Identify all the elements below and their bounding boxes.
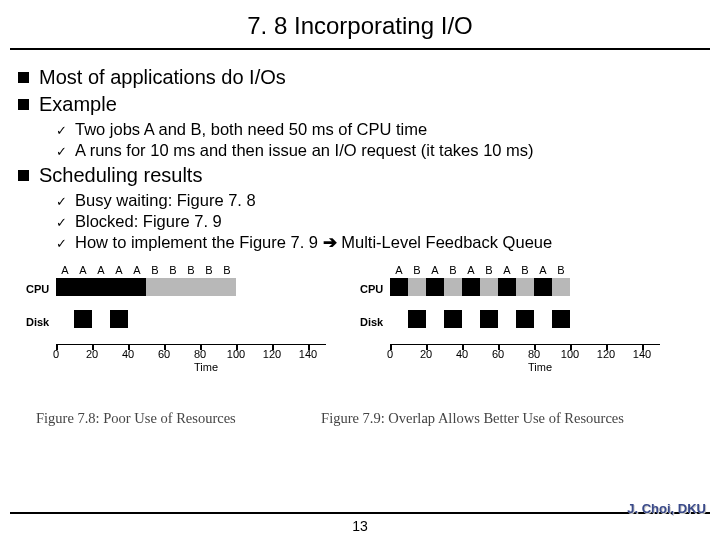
chart-7-9: A B A B A B A B A B CPU Disk <box>360 262 694 382</box>
xtick: 40 <box>456 348 468 360</box>
job-label: B <box>164 264 182 276</box>
xtick: 120 <box>597 348 615 360</box>
disk-row <box>56 310 236 328</box>
square-bullet-icon <box>18 170 29 181</box>
job-label: A <box>110 264 128 276</box>
xtick: 60 <box>492 348 504 360</box>
seg-empty <box>534 310 552 328</box>
seg-empty <box>92 310 110 328</box>
seg-a <box>110 310 128 328</box>
job-label: B <box>408 264 426 276</box>
xtick: 100 <box>561 348 579 360</box>
footer-divider <box>10 512 710 514</box>
seg-a <box>444 310 462 328</box>
bullet-3c: ✓ How to implement the Figure 7. 9 ➔ Mul… <box>56 233 702 252</box>
check-icon: ✓ <box>56 194 67 209</box>
seg-a <box>480 310 498 328</box>
seg-a <box>408 310 426 328</box>
disk-row <box>390 310 570 328</box>
bullet-3a-text: Busy waiting: Figure 7. 8 <box>75 191 256 210</box>
xtick: 140 <box>633 348 651 360</box>
seg-a <box>390 278 408 296</box>
row-labels-79: CPU Disk <box>360 284 383 350</box>
check-icon: ✓ <box>56 236 67 251</box>
xaxis-79: 0 20 40 60 80 100 120 140 Time <box>375 344 675 373</box>
xtick: 80 <box>194 348 206 360</box>
row-labels-78: CPU Disk <box>26 284 49 350</box>
xaxis-78: 0 20 40 60 80 100 120 140 Time <box>41 344 341 373</box>
job-label: B <box>146 264 164 276</box>
bullet-2b: ✓ A runs for 10 ms and then issue an I/O… <box>56 141 702 160</box>
xtick: 60 <box>158 348 170 360</box>
job-label: A <box>462 264 480 276</box>
caption-7-9: Figure 7.9: Overlap Allows Better Use of… <box>321 410 684 427</box>
job-label: B <box>200 264 218 276</box>
seg-empty <box>498 310 516 328</box>
job-label: B <box>552 264 570 276</box>
seg-a <box>534 278 552 296</box>
right-arrow-icon: ➔ <box>323 233 337 251</box>
xtick: 40 <box>122 348 134 360</box>
xtick: 140 <box>299 348 317 360</box>
xtick: 120 <box>263 348 281 360</box>
seg-a <box>552 310 570 328</box>
check-icon: ✓ <box>56 123 67 138</box>
job-label: A <box>56 264 74 276</box>
bullet-3: Scheduling results <box>18 164 702 187</box>
seg-b <box>146 278 236 296</box>
seg-a <box>56 278 146 296</box>
seg-a <box>74 310 92 328</box>
xtick: 20 <box>420 348 432 360</box>
bullet-1: Most of applications do I/Os <box>18 66 702 89</box>
job-label: B <box>182 264 200 276</box>
job-label: B <box>444 264 462 276</box>
square-bullet-icon <box>18 72 29 83</box>
disk-label: Disk <box>26 317 49 328</box>
slide-title: 7. 8 Incorporating I/O <box>10 0 710 50</box>
disk-label: Disk <box>360 317 383 328</box>
chart-7-8: A A A A A B B B B B CPU Disk <box>26 262 360 382</box>
bullet-3c-pre: How to implement the Figure 7. 9 <box>75 233 323 251</box>
cpu-row <box>390 278 570 296</box>
job-label: B <box>516 264 534 276</box>
check-icon: ✓ <box>56 215 67 230</box>
figures-row: A A A A A B B B B B CPU Disk <box>18 262 702 382</box>
bullet-2a: ✓ Two jobs A and B, both need 50 ms of C… <box>56 120 702 139</box>
seg-a <box>462 278 480 296</box>
job-label: A <box>426 264 444 276</box>
bullet-1-text: Most of applications do I/Os <box>39 66 286 89</box>
seg-empty <box>390 310 408 328</box>
seg-a <box>498 278 516 296</box>
bullet-2: Example <box>18 93 702 116</box>
seg-b <box>444 278 462 296</box>
job-label: A <box>534 264 552 276</box>
figure-7-8: A A A A A B B B B B CPU Disk <box>26 262 360 382</box>
xtick: 80 <box>528 348 540 360</box>
bullet-2b-text: A runs for 10 ms and then issue an I/O r… <box>75 141 534 160</box>
seg-b <box>552 278 570 296</box>
seg-empty <box>426 310 444 328</box>
cpu-label: CPU <box>360 284 383 295</box>
captions-row: Figure 7.8: Poor Use of Resources Figure… <box>18 382 702 427</box>
cpu-row <box>56 278 236 296</box>
check-icon: ✓ <box>56 144 67 159</box>
bullet-3b-text: Blocked: Figure 7. 9 <box>75 212 222 231</box>
job-label: A <box>128 264 146 276</box>
figure-7-9: A B A B A B A B A B CPU Disk <box>360 262 694 382</box>
seg-b <box>516 278 534 296</box>
top-labels-79: A B A B A B A B A B <box>390 264 570 276</box>
xaxis-title: Time <box>71 361 341 373</box>
seg-b <box>408 278 426 296</box>
job-label: B <box>480 264 498 276</box>
slide-body: Most of applications do I/Os Example ✓ T… <box>0 50 720 427</box>
bullet-3b: ✓ Blocked: Figure 7. 9 <box>56 212 702 231</box>
xaxis-title: Time <box>405 361 675 373</box>
bullet-2a-text: Two jobs A and B, both need 50 ms of CPU… <box>75 120 427 139</box>
caption-7-8: Figure 7.8: Poor Use of Resources <box>36 410 321 427</box>
bullet-3c-text: How to implement the Figure 7. 9 ➔ Multi… <box>75 233 552 252</box>
xtick: 0 <box>53 348 59 360</box>
bullet-3a: ✓ Busy waiting: Figure 7. 8 <box>56 191 702 210</box>
cpu-label: CPU <box>26 284 49 295</box>
bars-78 <box>56 278 236 342</box>
bullet-2-text: Example <box>39 93 117 116</box>
